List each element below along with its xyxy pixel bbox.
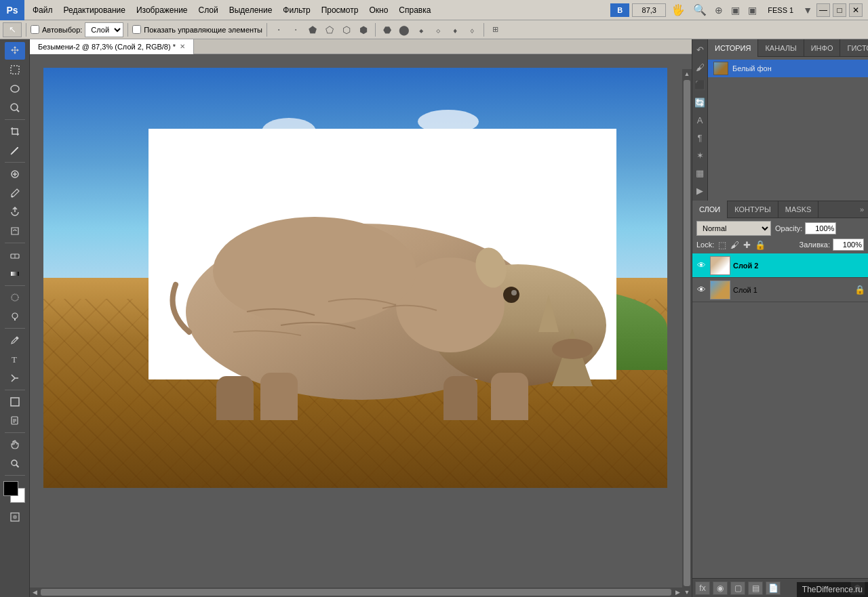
menu-select[interactable]: Выделение [224, 0, 278, 20]
zoom-tool-icon[interactable]: 🔍 [690, 3, 709, 16]
lock-all-icon[interactable]: 🔒 [755, 240, 766, 250]
clone-stamp-tool[interactable] [5, 203, 25, 221]
menu-arrow-icon[interactable]: ▼ [802, 5, 814, 16]
scroll-down-arrow[interactable]: ▼ [682, 588, 692, 597]
layers-panel-arrow[interactable]: » [856, 205, 868, 213]
grid-icon[interactable]: ▦ [692, 165, 707, 180]
menu-view[interactable]: Просмотр [316, 0, 364, 20]
align-center-v-icon[interactable]: ⬞ [288, 22, 303, 37]
menu-window[interactable]: Окно [363, 0, 393, 20]
history-brush-tool[interactable] [5, 222, 25, 240]
add-mask-button[interactable]: ◉ [713, 581, 728, 595]
document-tab[interactable]: Безымени-2 @ 87,3% (Слой 2, RGB/8) * ✕ [30, 39, 194, 54]
pen-tool[interactable] [5, 331, 25, 349]
play-icon[interactable]: ▶ [692, 183, 707, 198]
canvas-document[interactable] [43, 68, 667, 488]
menu-edit[interactable]: Редактирование [58, 0, 131, 20]
lock-transparent-icon[interactable]: ⬚ [718, 240, 726, 250]
move-tool[interactable] [5, 42, 25, 60]
paths-tab[interactable]: КОНТУРЫ [728, 201, 778, 218]
show-controls-checkbox[interactable] [132, 25, 141, 34]
layer-row-1[interactable]: 👁 Слой 1 🔒 [692, 278, 868, 302]
blur-tool[interactable] [5, 289, 25, 306]
path-select-tool[interactable] [5, 369, 25, 387]
channels-tab[interactable]: КАНАЛЫ [758, 39, 804, 57]
dist-right-icon[interactable]: ⬥ [414, 22, 429, 37]
fill-input[interactable] [833, 239, 864, 251]
scroll-thumb-right[interactable] [684, 80, 690, 586]
color-selector[interactable] [3, 481, 26, 504]
lasso-tool[interactable] [5, 80, 25, 98]
align-right-icon[interactable]: ⬟ [305, 22, 320, 37]
crop-tool[interactable] [5, 123, 25, 140]
lock-position-icon[interactable]: ✚ [743, 240, 751, 250]
zoom-tool[interactable] [5, 455, 25, 472]
eraser-tool[interactable] [5, 246, 25, 264]
align-left-icon[interactable]: ⬝ [271, 22, 286, 37]
fx-button[interactable]: fx [695, 581, 710, 595]
hand-tool[interactable] [5, 436, 25, 453]
paragraph-icon[interactable]: ¶ [692, 130, 707, 145]
gradient-tool[interactable] [5, 265, 25, 283]
scroll-thumb-bottom[interactable] [41, 589, 671, 596]
adjustments-icon[interactable]: 🔄 [692, 95, 707, 110]
autoselect-dropdown[interactable]: Слой [85, 22, 123, 37]
healing-tool[interactable] [5, 165, 25, 183]
shape-tool[interactable] [5, 393, 25, 411]
quick-mask-icon[interactable] [5, 508, 25, 526]
eyedropper-tool[interactable] [5, 142, 25, 159]
auto-align-icon[interactable]: ⊞ [488, 22, 502, 37]
move-tool-options[interactable]: ↖ [3, 22, 22, 37]
text-panel-icon[interactable]: A [692, 112, 707, 127]
dist-center-v-icon[interactable]: ⬤ [397, 22, 412, 37]
menu-filter[interactable]: Фильтр [277, 0, 315, 20]
canvas-scrollbar-right[interactable]: ▲ ▼ [682, 69, 692, 597]
dodge-tool[interactable] [5, 308, 25, 325]
history-tab[interactable]: ИСТОРИЯ [708, 39, 758, 57]
menu-help[interactable]: Справка [393, 0, 436, 20]
tab-close-icon[interactable]: ✕ [180, 43, 185, 50]
brush-tool[interactable] [5, 184, 25, 202]
canvas-scrollbar-bottom[interactable]: ◀ ▶ [30, 588, 682, 597]
rhino-layer[interactable] [111, 122, 627, 420]
hand-tool-icon[interactable]: 🖐 [669, 3, 688, 16]
autoselect-checkbox[interactable] [31, 25, 39, 34]
dist-bottom-icon[interactable]: ⬨ [465, 22, 479, 37]
dist-center-h-icon[interactable]: ⬧ [448, 22, 462, 37]
maximize-button[interactable]: □ [833, 3, 846, 17]
scroll-right-arrow[interactable]: ▶ [673, 588, 682, 597]
info-tab[interactable]: ИНФО [804, 39, 841, 57]
text-tool[interactable]: T [5, 350, 25, 368]
close-button[interactable]: ✕ [849, 3, 863, 17]
histogram-tab[interactable]: ГИСТОГ [840, 39, 868, 57]
history-icon[interactable]: ↶ [692, 42, 707, 57]
scroll-left-arrow[interactable]: ◀ [30, 588, 39, 597]
screen-mode-icon[interactable]: ▣ [745, 5, 760, 16]
adjustment-layer-button[interactable]: ▢ [730, 581, 745, 595]
opacity-input[interactable]: 100% [805, 222, 836, 234]
quick-select-tool[interactable] [5, 99, 25, 117]
marquee-tool[interactable] [5, 61, 25, 79]
group-button[interactable]: ▤ [748, 581, 763, 595]
blend-mode-dropdown[interactable]: Normal Dissolve Multiply Screen Overlay … [696, 221, 771, 236]
scroll-up-arrow[interactable]: ▲ [682, 69, 692, 79]
layers-tab[interactable]: СЛОИ [692, 201, 728, 218]
clone-panel-icon[interactable]: ⬛ [692, 77, 707, 92]
new-layer-button[interactable]: 📄 [766, 581, 781, 595]
history-item[interactable]: Белый фон [708, 60, 868, 77]
workspace-label[interactable]: FESS 1 [762, 6, 799, 14]
layer-row-2[interactable]: 👁 Слой 2 [692, 253, 868, 278]
align-top-icon[interactable]: ⬠ [322, 22, 337, 37]
rotate-icon[interactable]: ⊕ [712, 5, 726, 16]
menu-file[interactable]: Файл [27, 0, 58, 20]
foreground-color[interactable] [3, 481, 18, 496]
layer-1-visibility[interactable]: 👁 [695, 284, 707, 296]
brush-panel-icon[interactable]: 🖌 [692, 60, 707, 75]
align-center-h-icon[interactable]: ⬡ [339, 22, 354, 37]
minimize-button[interactable]: — [816, 3, 830, 17]
canvas-container[interactable]: ▲ ▼ ◀ ▶ [30, 54, 692, 597]
menu-image[interactable]: Изображение [131, 0, 193, 20]
dist-left-icon[interactable]: ⬣ [380, 22, 395, 37]
dist-top-icon[interactable]: ⬦ [431, 22, 446, 37]
menu-layer[interactable]: Слой [193, 0, 224, 20]
